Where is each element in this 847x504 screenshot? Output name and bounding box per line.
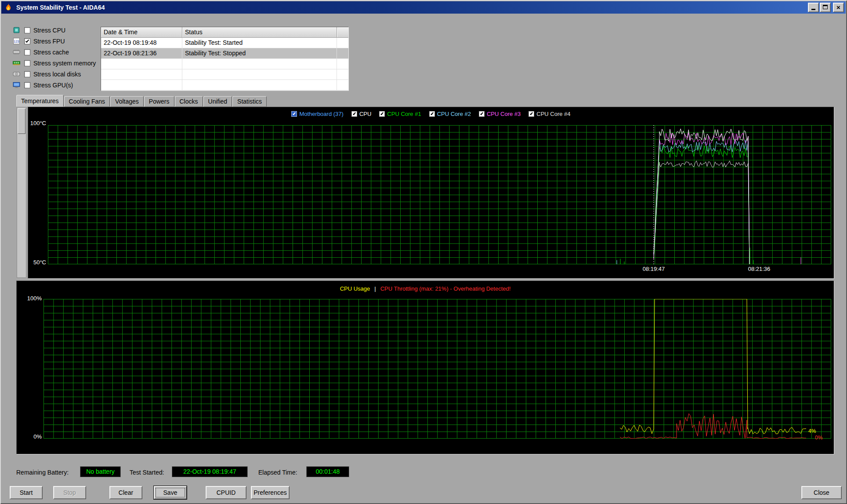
log-row-empty: [101, 80, 348, 90]
temp-y-max-label: 100°C: [29, 120, 46, 126]
legend-label: CPU Core #3: [487, 111, 521, 117]
elapsed-time-value: 00:01:48: [306, 466, 349, 477]
legend-checkbox[interactable]: [379, 111, 385, 117]
test-started-label: Test Started:: [130, 469, 164, 476]
stress-label: Stress cache: [33, 49, 69, 56]
legend-item-cpu-core-4[interactable]: CPU Core #4: [528, 111, 570, 117]
legend-label: Motherboard (37): [299, 111, 343, 117]
maximize-button[interactable]: [820, 3, 831, 12]
stress-checkbox[interactable]: [24, 38, 30, 44]
temperature-grid: [48, 125, 831, 264]
legend-checkbox[interactable]: [479, 111, 485, 117]
titlebar[interactable]: System Stability Test - AIDA64 ×: [1, 1, 846, 14]
log-row-empty: [101, 59, 348, 69]
log-row[interactable]: 22-Oct-19 08:21:36Stability Test: Stoppe…: [101, 48, 348, 59]
stress-option-stress-gpu-s[interactable]: Stress GPU(s): [12, 79, 96, 90]
fpu-icon: 123: [12, 37, 22, 45]
cpu-throttling-title: CPU Throttling (max: 21%) - Overheating …: [380, 285, 511, 292]
log-header-filler: [337, 27, 348, 38]
cpuid-button[interactable]: CPUID: [206, 486, 246, 499]
legend-item-cpu-core-1[interactable]: CPU Core #1: [379, 111, 421, 117]
elapsed-time-label: Elapsed Time:: [258, 469, 297, 476]
legend-checkbox[interactable]: [291, 111, 297, 117]
stress-checkbox[interactable]: [24, 60, 30, 66]
usage-chart-title: CPU Usage | CPU Throttling (max: 21%) - …: [17, 285, 834, 292]
log-row-empty: [101, 90, 348, 91]
time-label-test-start: 08:19:47: [638, 266, 669, 272]
usage-y-min-label: 0%: [24, 433, 42, 440]
stress-option-stress-cpu[interactable]: Stress CPU: [12, 25, 96, 36]
stress-label: Stress GPU(s): [33, 82, 73, 89]
close-window-button[interactable]: ×: [833, 3, 844, 12]
title-separator: |: [374, 285, 376, 292]
log-filler-cell: [337, 48, 348, 58]
maximize-icon: [823, 5, 828, 9]
log-filler-cell: [337, 38, 348, 48]
legend-label: CPU Core #2: [437, 111, 471, 117]
clear-button[interactable]: Clear: [109, 486, 142, 499]
chart-scrollbar[interactable]: [17, 107, 26, 278]
stress-checkbox[interactable]: [24, 82, 30, 88]
preferences-button[interactable]: Preferences: [251, 486, 290, 499]
tab-temperatures[interactable]: Temperatures: [16, 95, 64, 107]
stress-option-stress-system-memory[interactable]: Stress system memory: [12, 58, 96, 68]
log-header-datetime[interactable]: Date & Time: [101, 27, 182, 38]
check-icon: [431, 112, 434, 115]
check-icon: [293, 112, 296, 115]
throttle-current-value-label: 0%: [815, 435, 822, 441]
temperature-legend: Motherboard (37)CPUCPU Core #1CPU Core #…: [28, 111, 834, 117]
stress-option-stress-cache[interactable]: Stress cache: [12, 47, 96, 58]
tab-powers[interactable]: Powers: [144, 96, 174, 107]
check-icon: [380, 112, 384, 115]
stress-checkbox[interactable]: [24, 27, 30, 33]
tab-cooling-fans[interactable]: Cooling Fans: [64, 96, 110, 107]
usage-y-max-label: 100%: [24, 295, 42, 302]
minimize-button[interactable]: [808, 3, 819, 12]
stop-button[interactable]: Stop: [53, 486, 86, 499]
minimize-icon: [811, 9, 815, 10]
legend-checkbox[interactable]: [528, 111, 534, 117]
log-header-status[interactable]: Status: [182, 27, 337, 38]
usage-grid: [43, 299, 831, 439]
check-icon: [353, 112, 356, 115]
close-button[interactable]: Close: [801, 486, 842, 499]
start-button[interactable]: Start: [10, 486, 43, 499]
legend-item-cpu[interactable]: CPU: [351, 111, 371, 117]
stress-label: Stress FPU: [33, 38, 65, 45]
check-icon: [25, 39, 29, 43]
temp-y-min-label: 50°C: [29, 259, 46, 266]
time-label-test-stop: 08:21:36: [744, 266, 775, 272]
save-button[interactable]: Save: [154, 486, 187, 499]
window-controls: ×: [807, 3, 844, 12]
tab-statistics[interactable]: Statistics: [232, 96, 267, 107]
legend-checkbox[interactable]: [351, 111, 357, 117]
stress-checkbox[interactable]: [24, 49, 30, 55]
legend-checkbox[interactable]: [429, 111, 435, 117]
tab-unified[interactable]: Unified: [203, 96, 232, 107]
legend-label: CPU: [359, 111, 371, 117]
event-log-table: Date & Time Status 22-Oct-19 08:19:48Sta…: [101, 27, 349, 91]
stress-option-stress-fpu[interactable]: 123Stress FPU: [12, 36, 96, 47]
stress-checkbox[interactable]: [24, 71, 30, 77]
legend-item-motherboard-37[interactable]: Motherboard (37): [291, 111, 343, 117]
cache-icon: [12, 48, 22, 56]
window-title: System Stability Test - AIDA64: [16, 4, 105, 11]
log-datetime: 22-Oct-19 08:21:36: [101, 48, 182, 58]
stress-options-list: Stress CPU123Stress FPUStress cacheStres…: [12, 25, 96, 90]
temperature-chart: Motherboard (37)CPUCPU Core #1CPU Core #…: [28, 107, 834, 279]
log-rows: 22-Oct-19 08:19:48Stability Test: Starte…: [101, 38, 348, 91]
tab-voltages[interactable]: Voltages: [110, 96, 144, 107]
log-datetime: 22-Oct-19 08:19:48: [101, 38, 182, 48]
stress-label: Stress system memory: [33, 60, 96, 67]
log-row[interactable]: 22-Oct-19 08:19:48Stability Test: Starte…: [101, 38, 348, 48]
scrollbar-thumb[interactable]: [18, 108, 25, 134]
legend-label: CPU Core #4: [536, 111, 570, 117]
check-icon: [530, 112, 533, 115]
battery-label: Remaining Battery:: [16, 469, 69, 476]
tab-clocks[interactable]: Clocks: [175, 96, 203, 107]
stress-option-stress-local-disks[interactable]: Stress local disks: [12, 68, 96, 79]
log-row-empty: [101, 69, 348, 80]
cpu-icon: [12, 26, 22, 34]
legend-item-cpu-core-2[interactable]: CPU Core #2: [429, 111, 471, 117]
legend-item-cpu-core-3[interactable]: CPU Core #3: [479, 111, 521, 117]
